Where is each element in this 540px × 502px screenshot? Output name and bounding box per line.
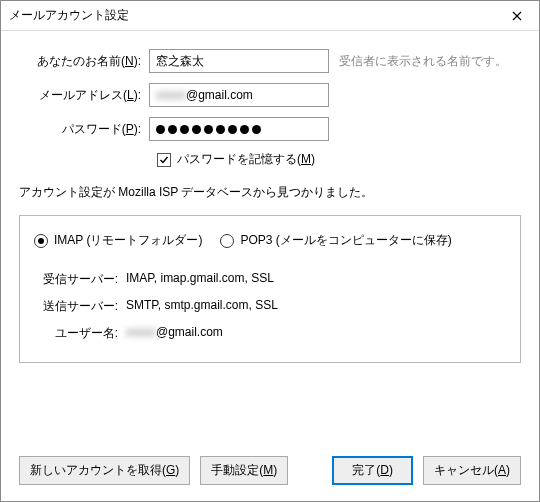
status-message: アカウント設定が Mozilla ISP データベースから見つかりました。 (19, 184, 521, 201)
outgoing-label: 送信サーバー: (34, 298, 126, 315)
remember-row: パスワードを記憶する(M) (157, 151, 521, 168)
email-input[interactable]: xxxxx@gmail.com (149, 83, 329, 107)
close-icon (512, 11, 522, 21)
manual-config-button[interactable]: 手動設定(M) (200, 456, 288, 485)
name-input[interactable] (149, 49, 329, 73)
get-new-account-button[interactable]: 新しいアカウントを取得(G) (19, 456, 190, 485)
email-label: メールアドレス(L): (19, 87, 149, 104)
cancel-button[interactable]: キャンセル(A) (423, 456, 521, 485)
password-label: パスワード(P): (19, 121, 149, 138)
password-input[interactable] (149, 117, 329, 141)
name-row: あなたのお名前(N): 受信者に表示される名前です。 (19, 49, 521, 73)
button-row: 新しいアカウントを取得(G) 手動設定(M) 完了(D) キャンセル(A) (1, 456, 539, 501)
done-button[interactable]: 完了(D) (332, 456, 413, 485)
email-row: メールアドレス(L): xxxxx@gmail.com (19, 83, 521, 107)
username-row: ユーザー名: xxxxx@gmail.com (34, 325, 506, 342)
radio-icon (34, 234, 48, 248)
incoming-value: IMAP, imap.gmail.com, SSL (126, 271, 506, 288)
outgoing-row: 送信サーバー: SMTP, smtp.gmail.com, SSL (34, 298, 506, 315)
name-hint: 受信者に表示される名前です。 (339, 53, 507, 70)
imap-radio[interactable]: IMAP (リモートフォルダー) (34, 232, 202, 249)
password-row: パスワード(P): (19, 117, 521, 141)
incoming-label: 受信サーバー: (34, 271, 126, 288)
outgoing-value: SMTP, smtp.gmail.com, SSL (126, 298, 506, 315)
content-area: あなたのお名前(N): 受信者に表示される名前です。 メールアドレス(L): x… (1, 31, 539, 456)
username-value: xxxxx@gmail.com (126, 325, 506, 342)
close-button[interactable] (495, 1, 539, 31)
name-label: あなたのお名前(N): (19, 53, 149, 70)
dialog-window: メールアカウント設定 あなたのお名前(N): 受信者に表示される名前です。 メー… (0, 0, 540, 502)
window-title: メールアカウント設定 (9, 7, 495, 24)
check-icon (159, 155, 169, 165)
remember-checkbox[interactable] (157, 153, 171, 167)
remember-label: パスワードを記憶する(M) (177, 151, 315, 168)
radio-icon (220, 234, 234, 248)
protocol-radio-group: IMAP (リモートフォルダー) POP3 (メールをコンピューターに保存) (34, 232, 506, 249)
pop3-radio[interactable]: POP3 (メールをコンピューターに保存) (220, 232, 451, 249)
username-label: ユーザー名: (34, 325, 126, 342)
server-box: IMAP (リモートフォルダー) POP3 (メールをコンピューターに保存) 受… (19, 215, 521, 363)
titlebar: メールアカウント設定 (1, 1, 539, 31)
incoming-row: 受信サーバー: IMAP, imap.gmail.com, SSL (34, 271, 506, 288)
